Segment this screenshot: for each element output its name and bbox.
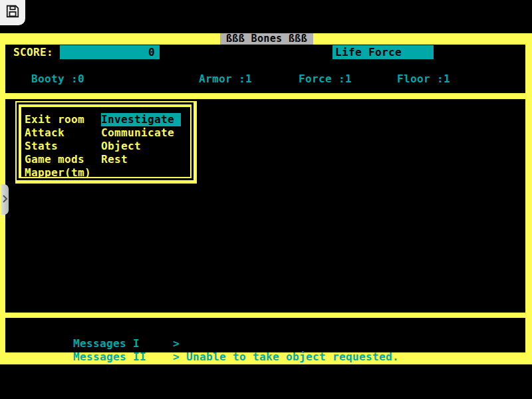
stat-booty: Booty :0: [31, 72, 84, 86]
score-bar: 0: [60, 45, 160, 59]
menu-item-communicate[interactable]: Communicate: [101, 126, 181, 140]
game-title: ßßß Bones ßßß: [220, 33, 313, 45]
app-window: ßßß Bones ßßß SCORE: 0 Life Force :100 B…: [0, 0, 532, 399]
messages-line-2: Messages II> Unable to take object reque…: [20, 337, 399, 350]
score-value: 0: [148, 46, 155, 59]
messages-2-text: > Unable to take object requested.: [173, 350, 399, 363]
messages-2-label: Messages II: [73, 350, 173, 364]
menu-item-attack[interactable]: Attack: [25, 126, 91, 140]
menu-item-rest[interactable]: Rest: [101, 153, 181, 166]
messages-line-1: Messages I>: [20, 324, 180, 337]
command-menu-inner: Exit room Attack Stats Game mods Mapper(…: [19, 104, 192, 178]
menu-item-mapper[interactable]: Mapper(tm): [25, 166, 91, 180]
menu-item-object[interactable]: Object: [101, 140, 181, 153]
selected-menu-item: Investigate: [101, 113, 181, 126]
main-panel: Exit room Attack Stats Game mods Mapper(…: [5, 99, 525, 313]
menu-item-exit-room[interactable]: Exit room: [25, 113, 91, 126]
floppy-disk-icon: [5, 4, 20, 21]
status-panel: SCORE: 0 Life Force :100 Booty :0 Armor …: [5, 45, 525, 93]
menu-item-investigate[interactable]: Investigate: [101, 113, 181, 126]
menu-item-game-mods[interactable]: Game mods: [25, 153, 91, 166]
menu-column-right: Investigate Communicate Object Rest: [101, 113, 181, 166]
life-force-badge: Life Force :100: [332, 45, 434, 59]
messages-panel: Messages I> Messages II> Unable to take …: [5, 318, 525, 352]
save-button[interactable]: [0, 0, 25, 25]
stat-armor: Armor :1: [199, 72, 252, 86]
stat-force: Force :1: [299, 72, 352, 86]
menu-item-stats[interactable]: Stats: [25, 140, 91, 153]
game-screen: ßßß Bones ßßß SCORE: 0 Life Force :100 B…: [0, 33, 532, 364]
score-label: SCORE:: [13, 45, 53, 59]
command-menu: Exit room Attack Stats Game mods Mapper(…: [15, 101, 197, 184]
stat-floor: Floor :1: [397, 72, 450, 86]
chevron-right-icon: [2, 194, 8, 206]
menu-column-left: Exit room Attack Stats Game mods Mapper(…: [25, 113, 91, 180]
sidebar-expand-tab[interactable]: [1, 184, 9, 215]
